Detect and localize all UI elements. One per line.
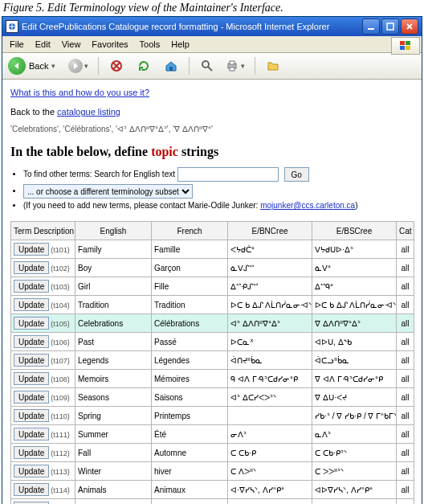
- term-id: (t103): [51, 283, 70, 291]
- search-input[interactable]: [177, 167, 279, 182]
- update-button[interactable]: Update: [14, 335, 49, 348]
- update-button[interactable]: Update: [14, 280, 49, 293]
- chevron-down-icon: ▾: [83, 62, 90, 70]
- menu-view[interactable]: View: [56, 38, 87, 51]
- term-id: (t105): [51, 320, 70, 328]
- svg-rect-4: [406, 41, 410, 45]
- forward-button[interactable]: ▾: [66, 55, 92, 76]
- print-button[interactable]: ▾: [222, 55, 249, 76]
- cell-french: hiver: [152, 462, 228, 481]
- toolbar-separator: [189, 57, 190, 75]
- update-button[interactable]: Update: [14, 483, 49, 496]
- cell-ebncree: ᐃᔥᑶᔑᔥ: [228, 277, 312, 296]
- cell-french: Famille: [152, 240, 228, 259]
- menu-file[interactable]: File: [4, 38, 30, 51]
- subset-row: ... or choose a different terminology su…: [23, 184, 414, 199]
- back-prefix: Back to the: [10, 107, 57, 117]
- cell-ebscree: ᓈᐯᐤ: [312, 259, 397, 277]
- cell-cat: all: [397, 333, 414, 351]
- cell-french: Été: [152, 425, 228, 444]
- cell-cat: all: [397, 499, 414, 505]
- col-french: French: [152, 222, 228, 240]
- cell-ebncree: ᑫ ᐊᐱ ᒥᑴᐣᑕᑯᓯᓂᐤᑭ: [228, 370, 312, 388]
- refresh-button[interactable]: [132, 55, 156, 76]
- stop-button[interactable]: [104, 55, 128, 76]
- close-button[interactable]: [401, 18, 418, 35]
- print-icon: [225, 59, 239, 73]
- update-button[interactable]: Update: [14, 317, 49, 330]
- maximize-button[interactable]: [381, 18, 399, 35]
- search-row: To find other terms: Search for English …: [23, 167, 414, 182]
- cell-english: Seasons: [75, 388, 152, 407]
- cell-ebncree: ᓂᐱᓯᔕ, ᓂᐧᑕᑭᐅᓇ: [228, 499, 312, 505]
- cell-action: Update(t112): [11, 444, 75, 462]
- cell-ebncree: ᐅᑕ ᑲ ᐃᔑ ᐱᒫᑎᓰᓇᓂᐗᐠ: [228, 296, 312, 314]
- search-icon: [200, 59, 214, 73]
- cell-ebscree: ᐊᐅᑌ, ᐃᔅᑲ: [312, 333, 397, 351]
- menu-edit[interactable]: Edit: [30, 38, 56, 51]
- menu-tools[interactable]: Tools: [134, 38, 166, 51]
- table-row: Update(t102)BoyGarçonᓈᐯᔑᔥᓈᐯᐤall: [11, 259, 414, 277]
- term-id: (t112): [51, 449, 70, 457]
- cell-action: Update(t103): [11, 277, 75, 296]
- what-is-this-link[interactable]: What is this and how do you use it?: [10, 88, 149, 97]
- update-button[interactable]: Update: [14, 391, 49, 404]
- update-button[interactable]: Update: [14, 243, 49, 256]
- svg-rect-1: [368, 28, 374, 30]
- cell-english: Spring: [75, 407, 152, 425]
- control-list: To find other terms: Search for English …: [23, 167, 414, 210]
- update-button[interactable]: Update: [14, 446, 49, 459]
- cell-action: Update(t113): [11, 462, 75, 481]
- search-button[interactable]: [195, 55, 219, 76]
- cell-ebncree: ᐸᔭᑯᑖᐤ: [228, 240, 312, 259]
- back-button[interactable]: Back ▾: [6, 55, 63, 76]
- toolbar: Back ▾ ▾ ▾: [2, 53, 422, 80]
- svg-rect-5: [400, 46, 405, 50]
- cell-action: Update(t105): [11, 314, 75, 333]
- windows-flag-icon: [391, 37, 420, 55]
- update-button[interactable]: Update: [14, 428, 49, 440]
- table-row: Update(t109)SeasonsSaisonsᐊᐣ ᐃᑕᓯᐸᐳᐣᐠᐁ ᐃᑌ…: [11, 388, 414, 407]
- folder-icon: [266, 59, 280, 73]
- refresh-icon: [137, 59, 151, 73]
- update-button[interactable]: Update: [14, 465, 49, 477]
- svg-rect-12: [230, 68, 234, 71]
- col-ebscree: E/BSCree: [312, 222, 397, 240]
- cell-english: Girl: [75, 277, 152, 296]
- add-terms-note: (If you need to add new terms, please co…: [23, 201, 414, 210]
- home-button[interactable]: [159, 55, 183, 76]
- update-button[interactable]: Update: [14, 409, 49, 422]
- term-id: (t102): [51, 264, 70, 272]
- contact-email-link[interactable]: mojunker@ccs.carleton.ca: [260, 201, 355, 210]
- menu-favorites[interactable]: Favorites: [86, 38, 133, 51]
- cell-english: Family: [75, 240, 152, 259]
- subset-select[interactable]: ... or choose a different terminology su…: [23, 184, 193, 199]
- search-label: To find other terms: Search for English …: [23, 170, 177, 178]
- home-icon: [164, 59, 178, 73]
- svg-point-9: [202, 61, 209, 68]
- folder-button[interactable]: [261, 55, 285, 76]
- cell-cat: all: [397, 351, 414, 370]
- term-id: (t110): [51, 412, 70, 420]
- cell-english: Celebrations: [75, 314, 152, 333]
- minimize-button[interactable]: [362, 18, 380, 35]
- cell-ebscree: ᓯᑲᐧᐣ / ᐁ ᓯᑲᐧᑭ / ᐁ ᒥᐢᑲᒥᐠ: [312, 407, 397, 425]
- table-row: Update(t115)PlantsPlantesᓂᐱᓯᔕ, ᓂᐧᑕᑭᐅᓇᓂᐱᓯ…: [11, 499, 414, 505]
- update-button[interactable]: Update: [14, 298, 49, 311]
- catalogue-listing-link[interactable]: catalogue listing: [57, 107, 120, 117]
- svg-rect-8: [169, 67, 173, 71]
- cell-cat: all: [397, 296, 414, 314]
- cell-french: Printemps: [152, 407, 228, 425]
- back-label: Back: [29, 61, 48, 71]
- toolbar-separator: [98, 57, 99, 75]
- table-row: Update(t111)SummerÉtéᓂᐱᐣᓇᐱᐣall: [11, 425, 414, 444]
- go-button[interactable]: Go: [284, 167, 309, 182]
- update-button[interactable]: Update: [14, 261, 49, 274]
- cell-ebncree: ᓂᐱᐣ: [228, 425, 312, 444]
- update-button[interactable]: Update: [14, 372, 49, 385]
- heading-part-b: strings: [178, 145, 218, 158]
- back-arrow-icon: [8, 57, 26, 75]
- table-row: Update(t110)SpringPrintempsᓯᑲᐧᐣ / ᐁ ᓯᑲᐧᑭ…: [11, 407, 414, 425]
- update-button[interactable]: Update: [14, 354, 49, 367]
- menu-help[interactable]: Help: [165, 38, 195, 51]
